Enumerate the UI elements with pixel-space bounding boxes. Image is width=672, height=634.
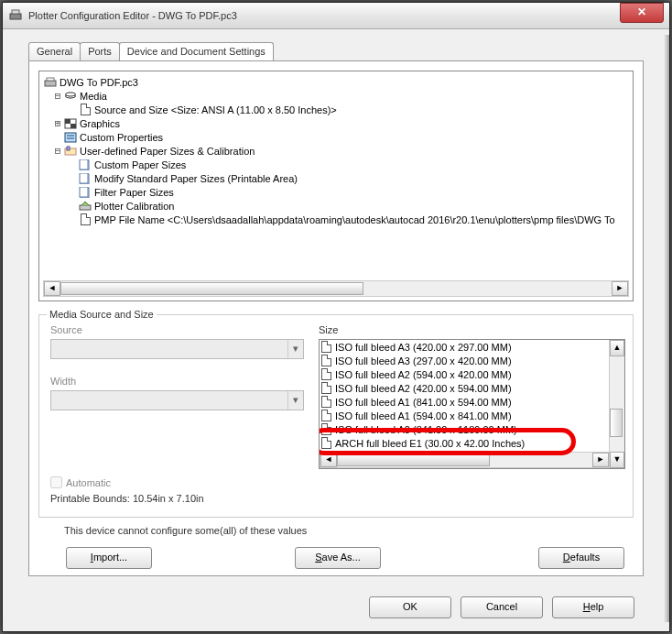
svg-rect-20 <box>80 205 91 210</box>
automatic-check-input[interactable] <box>50 476 62 488</box>
plotter-calib-icon <box>78 200 92 213</box>
size-option-label: ISO full bleed A1 (841.00 x 594.00 MM) <box>335 397 512 408</box>
page-icon <box>321 341 331 353</box>
close-button[interactable]: ✕ <box>620 3 664 23</box>
size-option[interactable]: ISO full bleed A2 (594.00 x 420.00 MM) <box>320 367 610 381</box>
svg-rect-15 <box>80 159 88 169</box>
help-button[interactable]: Help <box>552 596 634 618</box>
svg-rect-9 <box>65 133 76 142</box>
size-option-label: ISO full bleed A2 (594.00 x 420.00 MM) <box>335 369 512 380</box>
tab-device-settings[interactable]: Device and Document Settings <box>119 42 274 60</box>
svg-rect-1 <box>12 10 19 14</box>
svg-rect-2 <box>45 81 56 86</box>
tree-media[interactable]: ⊟Media <box>43 89 629 103</box>
defaults-button[interactable]: Defaults <box>538 547 624 569</box>
page-icon <box>78 104 92 116</box>
tree-modify-std[interactable]: Modify Standard Paper Sizes (Printable A… <box>43 171 629 185</box>
titlebar[interactable]: Plotter Configuration Editor - DWG To PD… <box>3 3 669 29</box>
size-label: Size <box>319 324 338 335</box>
size-option-label: ISO full bleed A2 (420.00 x 594.00 MM) <box>335 383 512 394</box>
svg-rect-8 <box>70 124 76 128</box>
size-hscrollbar[interactable]: ◄ ► <box>320 452 610 468</box>
settings-tree[interactable]: DWG To PDF.pc3 ⊟Media Source and Size <S… <box>38 71 634 301</box>
width-label: Width <box>50 376 76 387</box>
expand-icon[interactable]: ⊞ <box>52 117 63 129</box>
dialog-window: Plotter Configuration Editor - DWG To PD… <box>2 2 670 632</box>
svg-rect-7 <box>65 119 70 124</box>
scroll-right-icon[interactable]: ► <box>612 281 628 296</box>
page-icon <box>321 410 331 421</box>
size-option[interactable]: ISO full bleed A3 (297.00 x 420.00 MM) <box>320 354 610 367</box>
plotter-icon <box>8 8 23 23</box>
file-icon <box>78 213 92 226</box>
client-area: General Ports Device and Document Settin… <box>3 29 669 631</box>
saveas-button[interactable]: Save As... <box>295 547 381 569</box>
shadow-decoration <box>664 35 669 622</box>
page-icon <box>321 396 331 408</box>
tree-custom-paper[interactable]: Custom Paper Sizes <box>43 158 629 171</box>
tree-filter[interactable]: Filter Paper Sizes <box>43 185 629 199</box>
tree-plotter-calib[interactable]: Plotter Calibration <box>43 199 629 213</box>
tree-hscrollbar[interactable]: ◄ ► <box>43 280 629 297</box>
size-option-label: ISO full bleed A1 (594.00 x 841.00 MM) <box>335 410 512 421</box>
source-label: Source <box>50 324 82 335</box>
graphics-icon <box>63 117 78 130</box>
paper-icon <box>78 172 92 185</box>
tree-graphics[interactable]: ⊞Graphics <box>43 116 629 130</box>
scroll-left-icon[interactable]: ◄ <box>320 453 337 467</box>
svg-rect-3 <box>47 78 54 81</box>
import-button[interactable]: Import... <box>66 547 152 569</box>
size-option[interactable]: ISO full bleed A3 (420.00 x 297.00 MM) <box>320 340 610 354</box>
size-option-label: ISO full bleed A0 (841.00 x 1189.00 MM) <box>335 424 517 435</box>
chevron-down-icon[interactable]: ▾ <box>287 340 303 358</box>
svg-rect-19 <box>80 187 88 197</box>
properties-icon <box>63 131 78 144</box>
size-option[interactable]: ISO full bleed A1 (594.00 x 841.00 MM) <box>320 409 610 422</box>
tree-custom-props[interactable]: Custom Properties <box>43 130 629 144</box>
size-option[interactable]: ISO full bleed A2 (420.00 x 594.00 MM) <box>320 381 610 395</box>
scroll-down-icon[interactable]: ▼ <box>610 452 624 468</box>
page-icon <box>321 382 331 394</box>
tree-root[interactable]: DWG To PDF.pc3 <box>43 75 629 89</box>
ok-button[interactable]: OK <box>369 596 451 618</box>
size-option[interactable]: ARCH full bleed E1 (30.00 x 42.00 Inches… <box>320 436 610 450</box>
dialog-buttons: OK Cancel Help <box>369 596 634 618</box>
tree-source-size[interactable]: Source and Size <Size: ANSI A (11.00 x 8… <box>43 103 629 116</box>
tree-items: DWG To PDF.pc3 ⊟Media Source and Size <S… <box>39 71 633 226</box>
svg-point-5 <box>66 93 76 96</box>
tab-general[interactable]: General <box>28 42 81 60</box>
cancel-button[interactable]: Cancel <box>461 596 543 618</box>
page-icon <box>321 355 331 366</box>
size-listbox[interactable]: ISO full bleed A3 (420.00 x 297.00 MM)IS… <box>319 339 625 469</box>
tree-udps[interactable]: ⊟User-defined Paper Sizes & Calibration <box>43 144 629 158</box>
size-option-label: ISO full bleed A3 (297.00 x 420.00 MM) <box>335 355 512 366</box>
size-option[interactable]: ISO full bleed A1 (841.00 x 594.00 MM) <box>320 395 610 409</box>
tree-pmp-file[interactable]: PMP File Name <C:\Users\dsaadallah\appda… <box>43 213 629 226</box>
automatic-checkbox[interactable]: Automatic <box>50 476 111 488</box>
group-title: Media Source and Size <box>47 309 157 320</box>
size-vscrollbar[interactable]: ▲ ▼ <box>609 340 624 468</box>
width-combo[interactable]: ▾ <box>50 390 304 410</box>
size-option-label: ARCH full bleed E1 (30.00 x 42.00 Inches… <box>335 438 525 449</box>
size-items: ISO full bleed A3 (420.00 x 297.00 MM)IS… <box>320 340 610 454</box>
collapse-icon[interactable]: ⊟ <box>52 145 63 157</box>
paper-icon <box>78 158 92 171</box>
size-option[interactable]: ISO full bleed A0 (841.00 x 1189.00 MM) <box>320 422 610 436</box>
automatic-label: Automatic <box>66 477 111 488</box>
window-title: Plotter Configuration Editor - DWG To PD… <box>28 10 620 21</box>
tab-ports[interactable]: Ports <box>80 42 120 60</box>
plotter-icon <box>43 76 58 89</box>
tab-strip: General Ports Device and Document Settin… <box>28 42 644 60</box>
page-icon <box>321 423 331 435</box>
media-icon <box>63 90 78 103</box>
tab-page: DWG To PDF.pc3 ⊟Media Source and Size <S… <box>28 60 644 576</box>
collapse-icon[interactable]: ⊟ <box>52 90 63 102</box>
scroll-left-icon[interactable]: ◄ <box>44 281 60 296</box>
size-option-label: ISO full bleed A3 (420.00 x 297.00 MM) <box>335 342 512 353</box>
chevron-down-icon[interactable]: ▾ <box>287 391 303 410</box>
calibration-icon <box>63 145 78 158</box>
source-combo[interactable]: ▾ <box>50 339 304 359</box>
device-note: This device cannot configure some(all) o… <box>64 525 617 536</box>
scroll-right-icon[interactable]: ► <box>592 453 609 467</box>
scroll-up-icon[interactable]: ▲ <box>610 340 624 356</box>
